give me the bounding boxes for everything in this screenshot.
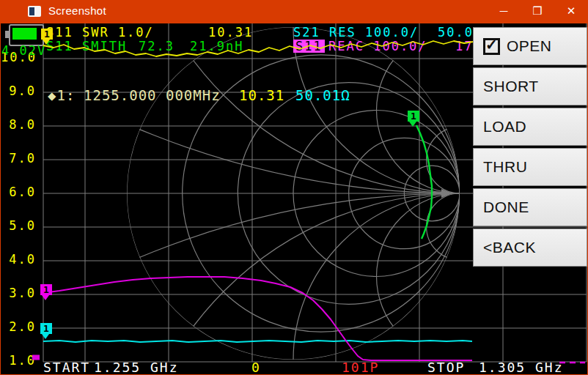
minimize-button[interactable]: ─ xyxy=(487,0,521,23)
s21-res-trace xyxy=(43,341,472,342)
menu-button-short[interactable]: SHORT xyxy=(473,67,587,105)
menu-button-done[interactable]: DONE xyxy=(473,188,587,226)
marker-flag[interactable]: 1 xyxy=(41,29,53,40)
menu-button-label: DONE xyxy=(483,198,529,216)
stop-label: STOP xyxy=(427,361,465,374)
start-label: START xyxy=(43,361,90,374)
sweep-points: 101P xyxy=(342,361,379,374)
s11-reac-trace xyxy=(43,277,472,360)
menu-button-back[interactable]: <BACK xyxy=(473,229,587,267)
marker-flag[interactable]: 1 xyxy=(40,323,52,334)
calibration-menu: OPENSHORTLOADTHRUDONE<BACK xyxy=(473,27,587,269)
start-value: 1.255 GHz xyxy=(94,361,179,374)
menu-button-load[interactable]: LOAD xyxy=(473,108,587,146)
app-window: Screenshot ─ ❒ ✕ 10.09.08.07.06.05.04.03… xyxy=(0,0,588,375)
marker-flag[interactable]: 1 xyxy=(408,111,419,122)
menu-button-label: SHORT xyxy=(483,78,539,95)
s11-smith-trace xyxy=(416,125,432,239)
vna-screen: 10.09.08.07.06.05.04.03.02.01.0 4.02V S1… xyxy=(1,23,587,374)
maximize-button[interactable]: ❒ xyxy=(521,0,554,23)
window-title: Screenshot xyxy=(48,4,106,17)
menu-button-open[interactable]: OPEN xyxy=(473,27,587,65)
menu-button-label: THRU xyxy=(483,158,527,176)
marker-flag[interactable]: 1 xyxy=(40,284,52,295)
menu-button-label: <BACK xyxy=(483,239,536,256)
menu-button-label: LOAD xyxy=(483,118,526,135)
s11-swr-trace xyxy=(43,41,473,56)
close-button[interactable]: ✕ xyxy=(554,0,588,23)
edelay-value: 0 xyxy=(251,361,261,374)
app-icon xyxy=(28,6,41,17)
menu-button-thru[interactable]: THRU xyxy=(473,148,587,186)
menu-button-label: OPEN xyxy=(507,37,552,55)
stop-value: 1.305 GHz xyxy=(479,361,564,374)
checked-checkbox-icon xyxy=(483,38,500,55)
title-bar: Screenshot ─ ❒ ✕ xyxy=(0,0,588,23)
